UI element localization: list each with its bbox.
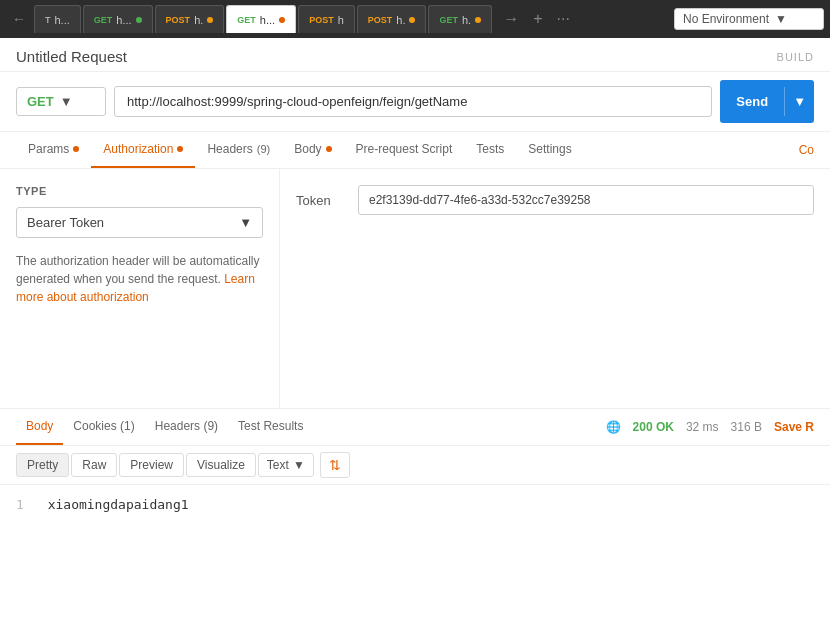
globe-icon: 🌐 [606,420,621,434]
auth-description: The authorization header will be automat… [16,252,263,306]
headers-count: (9) [257,143,270,155]
format-pretty-label: Pretty [27,458,58,472]
format-type-chevron-icon: ▼ [293,458,305,472]
auth-right-panel: Token [280,169,830,408]
send-button[interactable]: Send ▼ [720,80,814,123]
build-label: BUILD [777,51,814,63]
response-status-bar: 🌐 200 OK 32 ms 316 B Save R [606,420,814,434]
tab-method: T [45,15,51,25]
tab-dot [207,17,213,23]
response-headers-label: Headers (9) [155,419,218,433]
tab-body[interactable]: Body [282,132,343,168]
tab-label: h. [462,14,471,26]
tab-actions: → + ··· [498,8,575,30]
chevron-down-icon: ▼ [775,12,787,26]
wrap-lines-btn[interactable]: ⇅ [320,452,350,478]
add-tab-btn[interactable]: + [528,8,547,30]
tab-auth-label: Authorization [103,142,173,156]
tab-headers[interactable]: Headers (9) [195,132,282,168]
format-bar: Pretty Raw Preview Visualize Text ▼ ⇅ [0,446,830,485]
request-header: Untitled Request BUILD [0,38,830,72]
tab-t5[interactable]: POST h [298,5,355,33]
connect-label: Co [799,143,814,157]
tab-label: h... [55,14,70,26]
tab-method: POST [368,15,393,25]
format-type-select[interactable]: Text ▼ [258,453,314,477]
wrap-icon: ⇅ [329,457,341,473]
tab-body-label: Body [294,142,321,156]
send-dropdown-arrow[interactable]: ▼ [784,87,814,116]
format-preview-btn[interactable]: Preview [119,453,184,477]
type-chevron-icon: ▼ [239,215,252,230]
tab-headers-label: Headers [207,142,252,156]
response-size: 316 B [731,420,762,434]
environment-select[interactable]: No Environment ▼ [674,8,824,30]
tab-label: h. [396,14,405,26]
tab-t4[interactable]: GET h... [226,5,296,33]
response-body-label: Body [26,419,53,433]
format-raw-label: Raw [82,458,106,472]
tab-method: POST [309,15,334,25]
tab-method: POST [166,15,191,25]
format-pretty-btn[interactable]: Pretty [16,453,69,477]
tab-t2[interactable]: GET h... [83,5,153,33]
line-number: 1 [16,497,24,512]
back-arrow[interactable]: ← [6,7,32,31]
top-bar: ← T h... GET h... POST h. GET h... POST … [0,0,830,38]
tab-settings[interactable]: Settings [516,132,583,168]
tab-label: h. [194,14,203,26]
tab-prerequest[interactable]: Pre-request Script [344,132,465,168]
response-tab-headers[interactable]: Headers (9) [145,409,228,445]
tab-method: GET [439,15,458,25]
method-select[interactable]: GET ▼ [16,87,106,116]
type-label: TYPE [16,185,263,197]
response-tab-test-results[interactable]: Test Results [228,409,313,445]
status-code: 200 OK [633,420,674,434]
nav-forward-btn[interactable]: → [498,8,524,30]
tab-dot [136,17,142,23]
tab-prerequest-label: Pre-request Script [356,142,453,156]
tab-label: h... [260,14,275,26]
response-test-results-label: Test Results [238,419,303,433]
save-response-btn[interactable]: Save R [774,420,814,434]
format-visualize-btn[interactable]: Visualize [186,453,256,477]
auth-dot [177,146,183,152]
auth-left-panel: TYPE Bearer Token ▼ The authorization he… [0,169,280,408]
format-raw-btn[interactable]: Raw [71,453,117,477]
tab-label: h... [116,14,131,26]
tab-t3[interactable]: POST h. [155,5,225,33]
response-cookies-label: Cookies (1) [73,419,134,433]
more-tabs-btn[interactable]: ··· [552,8,575,30]
tab-params-label: Params [28,142,69,156]
format-preview-label: Preview [130,458,173,472]
request-title: Untitled Request [16,48,127,65]
request-tabs: Params Authorization Headers (9) Body Pr… [0,132,830,169]
response-tabs: Body Cookies (1) Headers (9) Test Result… [0,409,830,446]
response-tab-body[interactable]: Body [16,409,63,445]
method-value: GET [27,94,54,109]
token-row: Token [296,185,814,215]
tab-t6[interactable]: POST h. [357,5,427,33]
tab-settings-label: Settings [528,142,571,156]
response-tab-cookies[interactable]: Cookies (1) [63,409,144,445]
auth-desc-text: The authorization header will be automat… [16,254,259,286]
url-bar: GET ▼ Send ▼ [0,72,830,132]
tab-t7[interactable]: GET h. [428,5,492,33]
tab-tests[interactable]: Tests [464,132,516,168]
tab-method: GET [237,15,256,25]
tab-dot [475,17,481,23]
tab-params[interactable]: Params [16,132,91,168]
tab-authorization[interactable]: Authorization [91,132,195,168]
response-body-content: 1 xiaomingdapaidang1 [0,485,830,524]
response-value: xiaomingdapaidang1 [48,497,189,512]
response-section: Body Cookies (1) Headers (9) Test Result… [0,409,830,524]
token-input[interactable] [358,185,814,215]
response-time: 32 ms [686,420,719,434]
token-label: Token [296,193,346,208]
type-select[interactable]: Bearer Token ▼ [16,207,263,238]
tab-label: h [338,14,344,26]
tab-t1[interactable]: T h... [34,5,81,33]
url-input[interactable] [114,86,712,117]
method-chevron-icon: ▼ [60,94,73,109]
tab-tests-label: Tests [476,142,504,156]
